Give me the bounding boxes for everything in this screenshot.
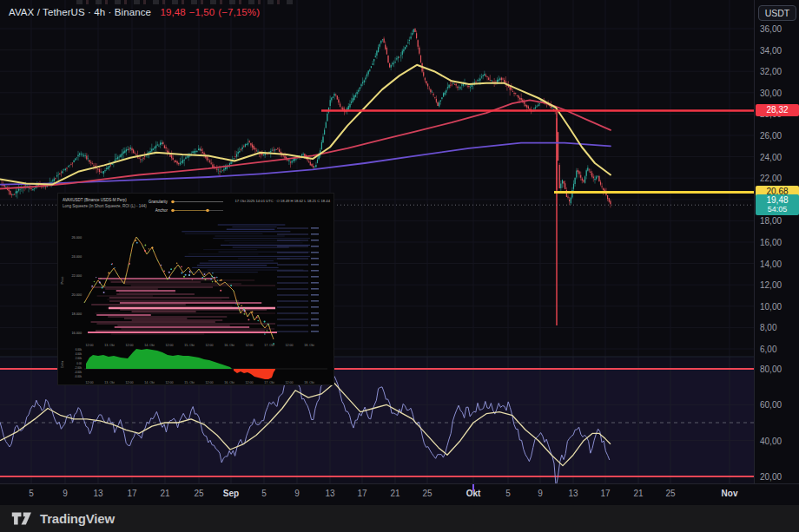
inset-micro-text: 12:00	[166, 344, 174, 347]
inset-micro-text: 12:00	[206, 381, 214, 384]
inset-micro-text: 16.000	[71, 332, 82, 335]
inset-micro-text: 0.00	[76, 362, 82, 365]
inset-screenshot-overlay: AVAXUSDT (Binance USDS-M Perp)Long Squee…	[57, 193, 334, 385]
inset-micro-text: 20.000	[71, 293, 82, 297]
inset-liquidation-map: AVAXUSDT (Binance USDS-M Perp)Long Squee…	[58, 194, 333, 384]
axis-event-marker	[472, 484, 474, 491]
inset-micro-text: 4.00k	[76, 352, 83, 356]
time-tick: 17	[357, 489, 366, 498]
price-tick: 26,00	[760, 131, 782, 141]
last-price-value: 19,48	[160, 7, 185, 17]
change-pct: (−7,15%)	[218, 7, 260, 17]
tradingview-logo-icon	[11, 510, 34, 527]
bottom-bar: TradingView	[0, 505, 799, 532]
rsi-tick: 60,00	[760, 400, 782, 410]
price-tick: 34,00	[760, 45, 782, 55]
inset-micro-text: Granularity	[149, 200, 168, 204]
inset-micro-text: 12:00	[286, 344, 294, 347]
inset-delta-negative	[234, 369, 275, 379]
inset-micro-text: 12:00	[126, 344, 134, 347]
inset-micro-text: Price	[60, 276, 64, 285]
inset-micro-text: 12:00	[126, 381, 134, 384]
price-axis[interactable]: USDT 36,0034,0032,0030,0028,0026,0024,00…	[754, 0, 799, 483]
inset-micro-text: 18.000	[71, 312, 82, 316]
inset-micro-text: 13. Okt	[104, 381, 115, 384]
price-change-readout: 19,48−1,50(−7,15%)	[160, 7, 263, 17]
time-axis[interactable]: 5913172125Sep5913172125Okt5913172125Nov	[0, 483, 799, 505]
time-tick: 13	[568, 489, 578, 498]
inset-micro-text: 14. Okt	[144, 381, 155, 384]
price-tick: 24,00	[760, 152, 782, 161]
time-tick: 25	[194, 489, 203, 498]
inset-micro-text: AVAXUSDT (Binance USDS-M Perp)	[63, 198, 127, 202]
ma-mid	[0, 100, 611, 188]
inset-delta-positive	[86, 349, 232, 369]
time-tick: 17	[127, 489, 136, 498]
price-tick: 14,00	[760, 259, 782, 268]
inset-micro-text: 18. Okt	[304, 344, 314, 347]
price-tick: 30,00	[760, 88, 782, 97]
inset-micro-text: 15. Okt	[184, 344, 195, 347]
inset-micro-text: 12:00	[206, 344, 214, 347]
currency-toggle-button[interactable]: USDT	[758, 5, 796, 21]
time-tick: 9	[294, 489, 300, 498]
inset-micro-text: 12:00	[166, 381, 174, 384]
time-tick: 13	[325, 489, 334, 498]
price-tick: 6,00	[760, 345, 776, 354]
rsi-tick: 20,00	[760, 472, 782, 482]
resistance-price-label: 28,32	[756, 104, 799, 116]
inset-micro-text: 16. Okt	[224, 381, 234, 384]
last-price-label: 19,48	[756, 195, 799, 205]
time-tick: 13	[93, 489, 102, 498]
time-tick: 21	[160, 489, 169, 498]
time-tick: 25	[665, 489, 675, 498]
tradingview-logo[interactable]: TradingView	[11, 510, 115, 527]
last-price-chip: 19,4854:05	[756, 194, 799, 215]
inset-micro-text: Delta	[61, 361, 64, 368]
inset-micro-text: Long Squeeze (In Short Squeeze, ROI (L) …	[63, 204, 147, 208]
time-tick: 21	[390, 489, 400, 498]
change-abs: −1,50	[189, 7, 215, 17]
inset-micro-text: 2.00k	[76, 357, 83, 360]
time-tick: 17	[600, 489, 610, 498]
inset-micro-text: 12:00	[86, 381, 94, 384]
inset-micro-text: -6.00k	[75, 375, 83, 378]
price-tick: 8,00	[760, 323, 776, 332]
ma-fast	[0, 65, 611, 185]
bar-countdown: 54:05	[756, 205, 799, 214]
inset-micro-text: -2.00k	[75, 366, 83, 370]
inset-micro-text: 14. Okt	[144, 344, 155, 347]
time-tick: 9	[63, 489, 68, 498]
time-tick-month: Nov	[722, 489, 738, 498]
price-tick: 10,00	[760, 301, 782, 311]
symbol-title[interactable]: AVAX / TetherUS · 4h · Binance	[9, 7, 151, 17]
inset-micro-text: 6.00k	[76, 348, 83, 351]
price-tick: 18,00	[760, 216, 782, 226]
inset-micro-text: 16. Okt	[224, 344, 234, 347]
inset-micro-text: 22.000	[71, 274, 82, 278]
inset-micro-text: 13. Okt	[104, 344, 115, 347]
time-tick-month: Sep	[223, 489, 239, 498]
inset-micro-text: 12:00	[246, 381, 254, 384]
time-tick: 9	[538, 489, 543, 498]
price-tick: 32,00	[760, 67, 782, 76]
time-tick: 21	[633, 489, 643, 498]
price-tick: 12,00	[760, 280, 782, 290]
price-tick: 36,00	[760, 24, 782, 34]
symbol-legend[interactable]: AVAX / TetherUS · 4h · Binance 19,48−1,5…	[9, 7, 263, 17]
clipped-legend-row	[76, 0, 294, 4]
inset-micro-text: 17 Okt 2025 14:01 UTC · O 18.49 H 18.62 …	[235, 199, 331, 203]
tradingview-chart-window: AVAX / TetherUS · 4h · Binance 19,48−1,5…	[0, 0, 799, 532]
time-tick: 5	[505, 489, 511, 498]
inset-micro-text: 26.000	[71, 236, 82, 240]
rsi-tick: 80,00	[760, 365, 782, 374]
price-tick: 16,00	[760, 238, 782, 247]
time-tick: 5	[29, 489, 34, 498]
inset-micro-text: 15. Okt	[184, 381, 195, 384]
inset-micro-text: 18. Okt	[304, 381, 314, 384]
inset-micro-text: 12:00	[246, 344, 254, 347]
time-tick: 5	[261, 489, 267, 498]
inset-micro-text: 12:00	[286, 381, 294, 384]
inset-micro-text: Anchor	[155, 208, 168, 213]
price-tick: 22,00	[760, 174, 782, 183]
